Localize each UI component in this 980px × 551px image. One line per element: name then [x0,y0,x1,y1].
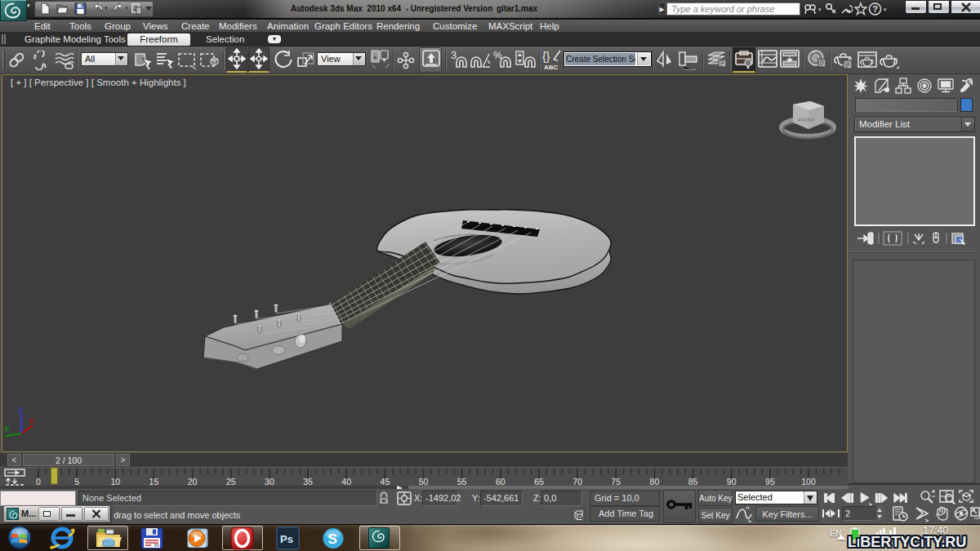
svg-text:S: S [328,531,337,547]
svg-text:x: x [29,416,33,425]
svg-text:{}: {} [542,50,550,63]
svg-text:54: 54 [154,543,159,548]
svg-text:3: 3 [451,49,457,61]
svg-text:z: z [19,405,23,414]
svg-text:FRONT: FRONT [798,118,815,122]
svg-text:Ps: Ps [280,533,293,545]
svg-text:?: ? [872,4,878,14]
svg-text:ABC: ABC [544,64,559,71]
svg-text:y: y [4,424,10,433]
